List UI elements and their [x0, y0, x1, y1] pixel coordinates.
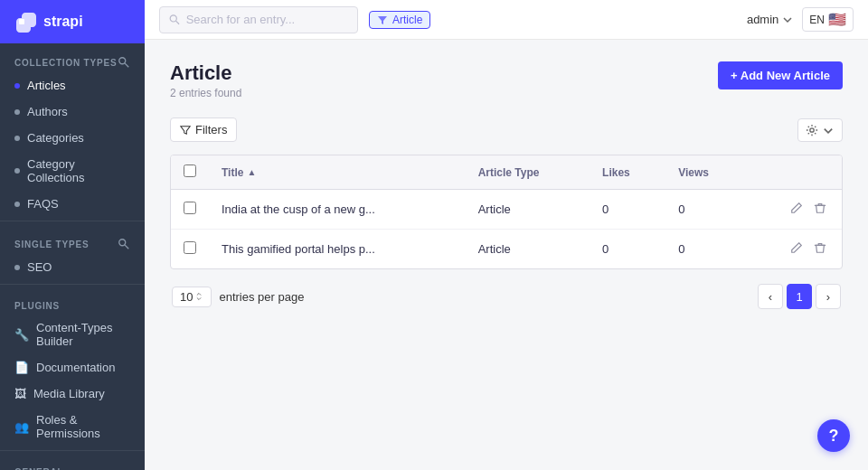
strapi-logo-icon [14, 11, 36, 33]
filter-tag-label: Article [392, 14, 422, 26]
sidebar-item-faqs[interactable]: FAQS [0, 191, 145, 217]
trash-icon [814, 202, 826, 214]
sidebar-item-label: Categories [27, 131, 84, 145]
chevron-down-icon [782, 14, 793, 25]
row-title: This gamified portal helps p... [209, 230, 466, 269]
row-checkbox-cell [171, 230, 209, 269]
sidebar-item-label: Media Library [33, 387, 105, 400]
search-icon [169, 14, 181, 26]
sidebar: strapi Collection Types Articles Authors… [0, 0, 145, 470]
row-likes: 0 [590, 190, 665, 230]
sort-asc-icon: ▲ [247, 167, 256, 177]
page-title-group: Article 2 entries found [170, 61, 241, 99]
row-actions [746, 190, 842, 230]
filters-row: Filters [170, 118, 843, 142]
sidebar-item-media-library[interactable]: 🖼 Media Library [0, 381, 145, 407]
language-selector[interactable]: EN 🇺🇸 [802, 7, 854, 32]
table-row: India at the cusp of a new g... Article … [171, 190, 842, 230]
row-views: 0 [665, 230, 746, 269]
row-article-type: Article [466, 230, 590, 269]
edit-icon [790, 241, 803, 254]
page-1-button[interactable]: 1 [787, 284, 812, 309]
sidebar-item-label: FAQS [27, 197, 59, 211]
main-area: Article admin EN 🇺🇸 Article 2 entries fo… [145, 0, 868, 470]
delete-button[interactable] [811, 239, 829, 259]
prev-page-button[interactable]: ‹ [758, 284, 783, 309]
row-actions [746, 230, 842, 269]
select-all-checkbox[interactable] [184, 164, 196, 177]
sidebar-logo[interactable]: strapi [0, 0, 145, 43]
inactive-indicator [14, 168, 20, 174]
svg-point-7 [810, 127, 814, 131]
sidebar-item-documentation[interactable]: 📄 Documentation [0, 354, 145, 381]
inactive-indicator [14, 265, 20, 270]
sidebar-item-category-collections[interactable]: Category Collections [0, 151, 145, 191]
svg-rect-0 [19, 19, 24, 24]
flag-icon: 🇺🇸 [828, 11, 846, 28]
svg-line-4 [125, 245, 128, 249]
delete-button[interactable] [811, 199, 829, 220]
row-checkbox[interactable] [184, 202, 196, 214]
search-wrapper[interactable] [159, 6, 358, 33]
active-indicator [14, 83, 20, 89]
sidebar-item-authors[interactable]: Authors [0, 99, 145, 125]
row-checkbox[interactable] [184, 241, 196, 254]
search-icon[interactable] [118, 238, 130, 250]
admin-label: admin [747, 13, 778, 26]
page-subtitle: 2 entries found [170, 87, 241, 99]
edit-button[interactable] [788, 239, 806, 259]
row-checkbox-cell [171, 190, 209, 230]
page-title: Article [170, 61, 241, 85]
topbar-right: admin EN 🇺🇸 [747, 7, 854, 32]
svg-line-2 [125, 63, 128, 67]
filter-tag[interactable]: Article [369, 11, 430, 29]
svg-line-6 [176, 21, 180, 24]
search-icon[interactable] [118, 56, 130, 69]
likes-column-header[interactable]: Likes [590, 155, 665, 190]
inactive-indicator [14, 202, 20, 207]
settings-button[interactable] [797, 118, 843, 142]
puzzle-icon: 🔧 [14, 328, 29, 342]
topbar: Article admin EN 🇺🇸 [145, 0, 868, 40]
add-new-article-button[interactable]: + Add New Article [718, 61, 843, 89]
sidebar-item-articles[interactable]: Articles [0, 72, 145, 99]
sidebar-item-categories[interactable]: Categories [0, 125, 145, 151]
title-column-header[interactable]: Title ▲ [209, 155, 466, 190]
collection-types-section-header: Collection Types [0, 43, 145, 72]
trash-icon [814, 241, 826, 254]
page-header: Article 2 entries found + Add New Articl… [170, 61, 843, 99]
sidebar-item-label: Roles & Permissions [36, 413, 130, 440]
svg-point-3 [119, 240, 126, 246]
table-row: This gamified portal helps p... Article … [171, 230, 842, 269]
content-area: Article 2 entries found + Add New Articl… [145, 40, 868, 470]
per-page-value: 10 [180, 290, 193, 304]
filters-label: Filters [195, 123, 227, 136]
edit-button[interactable] [788, 199, 806, 220]
single-types-section-header: Single Types [0, 225, 145, 254]
next-page-button[interactable]: › [816, 284, 841, 309]
admin-menu[interactable]: admin [747, 13, 793, 26]
stepper-icon [194, 292, 203, 301]
help-button[interactable]: ? [817, 419, 850, 452]
filter-icon [180, 125, 191, 136]
image-icon: 🖼 [14, 387, 26, 400]
search-input[interactable] [186, 13, 348, 26]
row-title: India at the cusp of a new g... [209, 190, 466, 230]
sidebar-item-seo[interactable]: SEO [0, 254, 145, 280]
sidebar-brand-name: strapi [43, 14, 83, 30]
article-type-column-header[interactable]: Article Type [466, 155, 590, 190]
filters-button[interactable]: Filters [170, 118, 237, 142]
sidebar-item-content-types-builder[interactable]: 🔧 Content-Types Builder [0, 315, 145, 354]
lang-label: EN [809, 14, 825, 26]
sidebar-item-label: Articles [27, 79, 66, 92]
views-column-header[interactable]: Views [665, 155, 746, 190]
filter-icon [377, 14, 388, 25]
pagination-row: 10 entries per page ‹ 1 › [170, 284, 843, 309]
per-page-select[interactable]: 10 [172, 287, 212, 307]
row-views: 0 [665, 190, 746, 230]
sidebar-item-label: Content-Types Builder [36, 321, 130, 348]
sidebar-item-roles-permissions[interactable]: 👥 Roles & Permissions [0, 407, 145, 446]
sidebar-item-label: Category Collections [27, 157, 130, 184]
sidebar-item-label: SEO [27, 260, 52, 274]
per-page-control: 10 entries per page [172, 287, 304, 307]
